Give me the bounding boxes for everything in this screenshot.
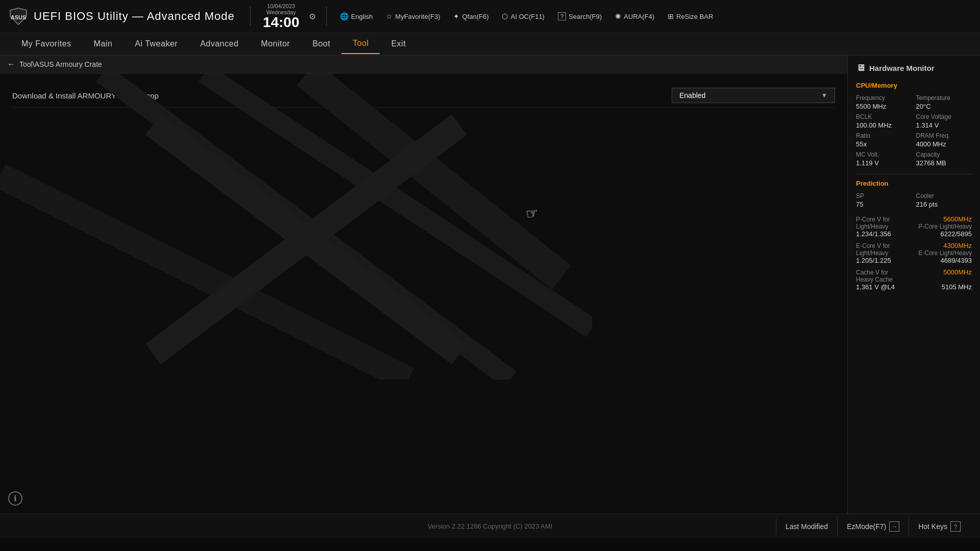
svg-line-7 <box>153 124 459 354</box>
topbar-qfan[interactable]: ✦ Qfan(F6) <box>450 11 492 22</box>
frequency-value: 5500 MHz <box>856 103 912 110</box>
ecore-values: 1.205/1.225 4689/4393 <box>856 257 972 264</box>
bclk-cell: BCLK 100.00 MHz <box>856 113 912 129</box>
setting-row-armoury: Download & Install ARMOURY CRATE app Ena… <box>12 84 835 108</box>
ezmode-icon: → <box>889 521 899 532</box>
gear-icon[interactable]: ⚙ <box>309 12 316 21</box>
myfavorite-label: MyFavorite(F3) <box>395 13 440 20</box>
panel-title-text: Hardware Monitor <box>869 64 935 72</box>
mc-volt-value: 1.119 V <box>856 159 912 167</box>
nav-myfavorites[interactable]: My Favorites <box>10 34 83 54</box>
ratio-label: Ratio <box>856 132 912 139</box>
back-arrow-icon[interactable]: ← <box>7 60 15 69</box>
header-divider-2 <box>326 7 327 26</box>
cache-block: Cache V for 5000MHz Heavy Cache 1.361 V … <box>856 268 972 291</box>
pcore-block: P-Core V for 5600MHz Light/Heavy P-Core … <box>856 215 972 238</box>
last-modified-button[interactable]: Last Modified <box>776 518 837 535</box>
core-voltage-label: Core Voltage <box>916 113 972 120</box>
cursor-pointer-icon: ☞ <box>524 204 540 223</box>
pcore-for-label: P-Core V for <box>856 216 890 223</box>
nav-advanced[interactable]: Advanced <box>189 34 250 54</box>
core-voltage-value: 1.314 V <box>916 121 972 129</box>
resizebar-label: ReSize BAR <box>676 13 713 20</box>
app-title: UEFI BIOS Utility — Advanced Mode <box>34 10 235 23</box>
topbar-aioc[interactable]: ⬡ AI OC(F11) <box>499 11 547 22</box>
breadcrumb-bar: ← Tool\ASUS Armoury Crate <box>0 56 847 73</box>
hotkeys-icon: ? <box>950 521 961 532</box>
cpu-memory-section-title: CPU/Memory <box>856 82 972 89</box>
enabled-dropdown[interactable]: Enabled ▼ <box>672 88 835 103</box>
topbar-search[interactable]: ? Search(F9) <box>555 11 605 22</box>
ecore-lightheavy-label: E-Core Light/Heavy <box>918 249 972 257</box>
topbar-english[interactable]: 🌐 English <box>337 11 376 22</box>
bclk-value: 100.00 MHz <box>856 121 912 129</box>
nav-main[interactable]: Main <box>83 34 124 54</box>
nav-aitweaker[interactable]: Ai Tweaker <box>124 34 189 54</box>
search-icon: ? <box>558 12 566 20</box>
sp-label: SP <box>856 192 912 199</box>
ratio-value: 55x <box>856 140 912 148</box>
topbar-myfavorite[interactable]: ☆ MyFavorite(F3) <box>383 11 443 22</box>
ecore-ratio-value: 4689/4393 <box>941 257 972 264</box>
topbar-aura[interactable]: ✺ AURA(F4) <box>612 11 657 22</box>
asus-logo-icon: ASUS <box>8 6 29 27</box>
navbar: My Favorites Main Ai Tweaker Advanced Mo… <box>0 33 980 56</box>
pcore-voltage-value: 1.234/1.356 <box>856 230 891 238</box>
capacity-cell: Capacity 32768 MB <box>916 151 972 167</box>
info-icon[interactable]: ℹ <box>8 491 22 506</box>
pcore-lh-label: Light/Heavy <box>856 223 888 230</box>
svg-line-8 <box>153 124 459 354</box>
background-decoration <box>0 73 592 380</box>
ecore-block: E-Core V for 4300MHz Light/Heavy E-Core … <box>856 242 972 264</box>
pcore-data: Light/Heavy P-Core Light/Heavy <box>856 223 972 230</box>
cache-values: 1.361 V @L4 5105 MHz <box>856 283 972 291</box>
nav-boot[interactable]: Boot <box>301 34 341 54</box>
myfavorite-icon: ☆ <box>386 12 393 20</box>
dram-freq-cell: DRAM Freq. 4000 MHz <box>916 132 972 148</box>
svg-line-3 <box>102 73 510 380</box>
content-body: Download & Install ARMOURY CRATE app Ena… <box>0 73 847 514</box>
monitor-icon: 🖥 <box>856 63 865 73</box>
aura-icon: ✺ <box>615 12 621 20</box>
nav-tool[interactable]: Tool <box>341 34 380 54</box>
last-modified-label: Last Modified <box>786 522 828 531</box>
hotkeys-button[interactable]: Hot Keys ? <box>909 517 970 536</box>
nav-exit[interactable]: Exit <box>380 34 417 54</box>
aioc-icon: ⬡ <box>502 12 508 20</box>
ratio-cell: Ratio 55x <box>856 132 912 148</box>
cooler-value: 216 pts <box>916 201 972 208</box>
cache-data: Heavy Cache <box>856 276 972 283</box>
sp-value: 75 <box>856 201 912 208</box>
cooler-cell: Cooler 216 pts <box>916 192 972 208</box>
aioc-label: AI OC(F11) <box>510 13 544 20</box>
dram-freq-label: DRAM Freq. <box>916 132 972 139</box>
capacity-label: Capacity <box>916 151 972 158</box>
english-label: English <box>351 13 373 20</box>
pcore-ratio-value: 6222/5895 <box>941 230 972 238</box>
frequency-cell: Frequency 5500 MHz <box>856 94 912 110</box>
dram-freq-value: 4000 MHz <box>916 140 972 148</box>
capacity-value: 32768 MB <box>916 159 972 167</box>
topbar-resizebar[interactable]: ⊞ ReSize BAR <box>665 11 716 22</box>
ecore-freq-value: 4300MHz <box>943 242 972 249</box>
hotkeys-label: Hot Keys <box>918 522 947 531</box>
ezmode-button[interactable]: EzMode(F7) → <box>837 517 909 536</box>
cache-mhz-value: 5105 MHz <box>942 283 972 291</box>
qfan-icon: ✦ <box>453 12 459 20</box>
aura-label: AURA(F4) <box>624 13 654 20</box>
cache-heavy-label: Heavy Cache <box>856 276 893 283</box>
svg-line-4 <box>204 73 592 329</box>
ezmode-label: EzMode(F7) <box>847 522 886 531</box>
globe-icon: 🌐 <box>340 12 349 20</box>
search-label: Search(F9) <box>569 13 602 20</box>
mc-volt-cell: MC Volt. 1.119 V <box>856 151 912 167</box>
cache-for-label: Cache V for <box>856 269 888 276</box>
pcore-header: P-Core V for 5600MHz <box>856 215 972 223</box>
sp-cell: SP 75 <box>856 192 912 208</box>
frequency-label: Frequency <box>856 94 912 102</box>
diagonal-bg <box>0 73 847 514</box>
nav-monitor[interactable]: Monitor <box>250 34 301 54</box>
footer: Version 2.22.1286 Copyright (C) 2023 AMI… <box>0 514 980 538</box>
cpu-memory-grid: Frequency 5500 MHz Temperature 20°C BCLK… <box>856 94 972 167</box>
temperature-value: 20°C <box>916 103 972 110</box>
